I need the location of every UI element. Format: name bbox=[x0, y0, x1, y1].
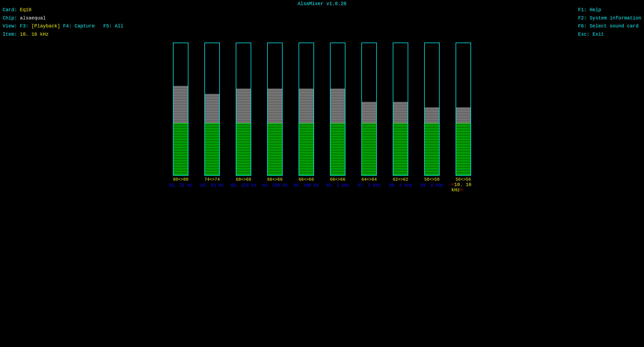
chip-label: Chip: bbox=[3, 15, 17, 21]
channel-ch06[interactable]: 66<>6606. 1 kHz bbox=[326, 43, 350, 193]
shortcut-desc: Select sound card bbox=[590, 23, 639, 29]
channel-label-ch08: 08. 4 kHz bbox=[389, 183, 412, 188]
fader-green-ch04 bbox=[268, 123, 282, 175]
channel-ch08[interactable]: 62<>6208. 4 kHz bbox=[389, 43, 412, 193]
shortcut-line: F2: System information bbox=[578, 14, 641, 22]
title-bar: AlsaMixer v1.0.28 bbox=[0, 0, 644, 6]
item-label: Item: bbox=[3, 32, 17, 37]
chip-value: alsaequal bbox=[20, 15, 46, 21]
fader-ch05[interactable] bbox=[299, 43, 314, 176]
channel-ch07[interactable]: 64<>6407. 2 kHz bbox=[357, 43, 381, 193]
app-title: AlsaMixer v1.0.28 bbox=[298, 1, 346, 6]
channel-label-ch01: 01. 31 Hz bbox=[169, 183, 192, 188]
channel-label-ch09: 09. 8 kHz bbox=[420, 183, 443, 188]
channel-value-ch01: 80<>80 bbox=[173, 177, 188, 182]
fader-green-ch01 bbox=[174, 123, 188, 175]
channel-value-ch09: 58<>58 bbox=[424, 177, 440, 182]
fader-gray-ch10 bbox=[456, 107, 470, 123]
view-f3: F3: bbox=[20, 23, 28, 29]
fader-gray-ch05 bbox=[299, 89, 313, 123]
fader-green-ch09 bbox=[425, 123, 439, 175]
fader-ch02[interactable] bbox=[204, 43, 220, 176]
fader-gray-ch09 bbox=[425, 107, 439, 123]
fader-ch10[interactable] bbox=[456, 43, 471, 176]
channel-value-ch07: 64<>64 bbox=[361, 177, 377, 182]
channel-ch02[interactable]: 74<>7402. 63 Hz bbox=[200, 43, 224, 193]
view-line: View: F3: [Playback] F4: Capture F5: All bbox=[3, 22, 123, 30]
header-left: Card: Eq10 Chip: alsaequal View: F3: [Pl… bbox=[3, 6, 123, 38]
fader-ch01[interactable] bbox=[173, 43, 188, 176]
channel-value-ch08: 62<>62 bbox=[393, 177, 408, 182]
shortcut-desc: Help bbox=[590, 7, 601, 13]
channel-label-ch05: 05. 500 Hz bbox=[294, 183, 319, 188]
view-f4: F4: Capture bbox=[63, 23, 95, 29]
fader-ch08[interactable] bbox=[393, 43, 408, 176]
shortcut-key: F2: bbox=[578, 15, 587, 21]
fader-ch09[interactable] bbox=[424, 43, 440, 176]
channel-value-ch03: 68<>68 bbox=[236, 177, 251, 182]
shortcut-desc: Exit bbox=[592, 32, 604, 37]
channel-ch09[interactable]: 58<>5809. 8 kHz bbox=[420, 43, 444, 193]
channel-value-ch04: 66<>66 bbox=[267, 177, 283, 182]
fader-ch03[interactable] bbox=[236, 43, 251, 176]
fader-ch07[interactable] bbox=[361, 43, 377, 176]
shortcut-key: F6: bbox=[578, 23, 587, 29]
channel-value-ch02: 74<>74 bbox=[204, 177, 220, 182]
channel-label-ch04: 04. 250 Hz bbox=[262, 183, 288, 188]
item-value: 10. 16 kHz bbox=[20, 32, 49, 37]
shortcut-line: F1: Help bbox=[578, 6, 641, 14]
fader-green-ch05 bbox=[299, 123, 313, 175]
fader-green-ch06 bbox=[331, 123, 345, 175]
shortcut-desc: System information bbox=[590, 15, 641, 21]
shortcut-key: Esc: bbox=[578, 32, 589, 37]
fader-gray-ch07 bbox=[362, 102, 376, 123]
view-f3-mode: [Playback] bbox=[31, 23, 60, 29]
channel-ch05[interactable]: 66<>6605. 500 Hz bbox=[294, 43, 318, 193]
channel-ch10[interactable]: 56<>56<10. 16 kHz> bbox=[451, 43, 475, 193]
shortcut-line: F6: Select sound card bbox=[578, 22, 641, 30]
mixer-area: 80<>8001. 31 Hz74<>7402. 63 Hz68<>6803. … bbox=[0, 43, 644, 193]
channel-value-ch10: 56<>56 bbox=[456, 177, 471, 182]
chip-line: Chip: alsaequal bbox=[3, 14, 123, 22]
fader-green-ch02 bbox=[205, 123, 219, 175]
fader-green-ch08 bbox=[393, 123, 408, 175]
card-label: Card: bbox=[3, 7, 17, 13]
channel-value-ch05: 66<>66 bbox=[299, 177, 314, 182]
channel-label-ch02: 02. 63 Hz bbox=[201, 183, 224, 188]
channel-label-ch10: <10. 16 kHz> bbox=[451, 182, 475, 193]
fader-gray-ch02 bbox=[205, 94, 219, 123]
selected-bracket-close: > bbox=[460, 187, 463, 193]
view-label: View: bbox=[3, 23, 17, 29]
fader-ch04[interactable] bbox=[267, 43, 283, 176]
item-line: Item: 10. 16 kHz bbox=[3, 30, 123, 39]
fader-green-ch03 bbox=[236, 123, 251, 175]
channel-ch04[interactable]: 66<>6604. 250 Hz bbox=[263, 43, 287, 193]
header-right: F1: HelpF2: System informationF6: Select… bbox=[578, 6, 641, 38]
card-value: Eq10 bbox=[20, 7, 31, 13]
fader-green-ch07 bbox=[362, 123, 376, 175]
card-line: Card: Eq10 bbox=[3, 6, 123, 14]
shortcut-line: Esc: Exit bbox=[578, 30, 641, 39]
shortcut-key: F1: bbox=[578, 7, 587, 13]
channel-ch01[interactable]: 80<>8001. 31 Hz bbox=[169, 43, 193, 193]
fader-gray-ch04 bbox=[268, 89, 282, 123]
fader-gray-ch06 bbox=[331, 89, 345, 123]
fader-gray-ch01 bbox=[174, 86, 188, 123]
channel-ch03[interactable]: 68<>6803. 125 Hz bbox=[232, 43, 255, 193]
view-f5: F5: All bbox=[103, 23, 123, 29]
fader-gray-ch08 bbox=[393, 102, 408, 123]
selected-bracket-open: < bbox=[451, 182, 454, 187]
channel-label-ch03: 03. 125 Hz bbox=[231, 183, 256, 188]
channel-label-ch06: 06. 1 kHz bbox=[326, 183, 349, 188]
fader-green-ch10 bbox=[456, 123, 470, 175]
channel-label-ch07: 07. 2 kHz bbox=[358, 183, 381, 188]
fader-gray-ch03 bbox=[236, 89, 251, 123]
fader-ch06[interactable] bbox=[330, 43, 345, 176]
channel-value-ch06: 66<>66 bbox=[330, 177, 345, 182]
